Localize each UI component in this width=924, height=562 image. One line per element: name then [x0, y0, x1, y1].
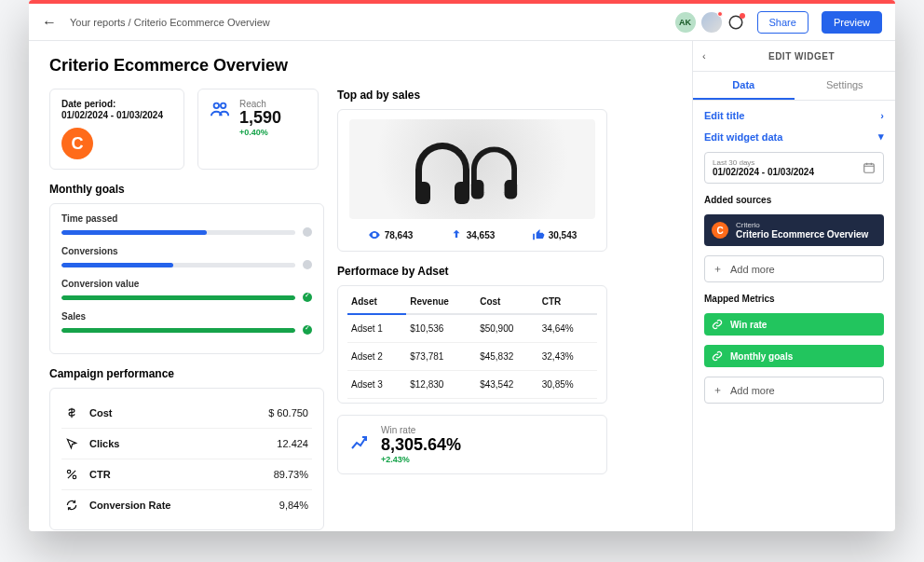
- tab-settings[interactable]: Settings: [795, 72, 896, 100]
- reach-delta: +0.40%: [239, 128, 281, 137]
- perf-label: Cost: [89, 407, 259, 418]
- campaign-performance-title: Campaign performance: [49, 367, 324, 380]
- top-bar: ← Your reports / Criterio Ecommerce Over…: [29, 4, 895, 41]
- goal-label: Conversion value: [61, 279, 139, 289]
- date-period-card: Date period: 01/02/2024 - 01/03/2024 C: [49, 89, 184, 170]
- period-label: Date period:: [61, 99, 172, 109]
- perf-value: 89.73%: [274, 469, 308, 480]
- progress-bar: [61, 230, 295, 235]
- source-item[interactable]: C Criterio Criterio Ecommerce Overview: [704, 214, 884, 246]
- perf-value: 12.424: [277, 438, 308, 449]
- mapped-metrics-label: Mapped Metrics: [704, 294, 884, 304]
- perf-label: CTR: [89, 469, 265, 480]
- monthly-goals-card: Time passed Conversions Conversion value…: [49, 203, 324, 354]
- campaign-performance-card: Cost $ 60.750 Clicks 12.424 CTR 89.73% C…: [49, 388, 324, 530]
- ad-stat-value: 30,543: [549, 230, 578, 240]
- svg-point-1: [214, 103, 220, 109]
- add-metric-button[interactable]: ＋ Add more: [704, 377, 884, 404]
- metric-chip[interactable]: Monthly goals: [704, 345, 884, 367]
- adset-performance-title: Performace by Adset: [337, 265, 607, 278]
- adset-table-card: AdsetRevenueCostCTRAdset 1$10,536$50,900…: [337, 285, 607, 404]
- avatar[interactable]: [701, 12, 722, 33]
- people-icon: [210, 99, 230, 119]
- notifications-icon[interactable]: [727, 14, 744, 31]
- ad-image: [349, 119, 595, 219]
- plus-icon: ＋: [713, 262, 723, 276]
- chevron-down-icon: ▾: [878, 130, 884, 143]
- thumb-icon: [532, 228, 545, 241]
- link-icon: [712, 319, 723, 330]
- table-row: Adset 3$12,830$43,54230,85%: [347, 371, 597, 399]
- breadcrumb-current: Criterio Ecommerce Overview: [134, 17, 270, 28]
- edit-widget-data-link[interactable]: Edit widget data ▾: [704, 130, 884, 143]
- cursor-icon: [65, 437, 80, 450]
- progress-bar: [61, 263, 295, 267]
- win-rate-card: Win rate 8,305.64% +2.43%: [337, 415, 607, 474]
- ad-stat-value: 78,643: [385, 230, 414, 240]
- trend-up-icon: [349, 432, 372, 455]
- chevron-right-icon: ›: [880, 110, 884, 121]
- preview-button[interactable]: Preview: [822, 11, 882, 34]
- winrate-label: Win rate: [381, 425, 461, 435]
- breadcrumb: Your reports / Criterio Ecommerce Overvi…: [70, 17, 662, 28]
- table-header: CTR: [538, 290, 597, 314]
- winrate-delta: +2.43%: [381, 455, 461, 464]
- progress-bar: [61, 295, 295, 300]
- share-button[interactable]: Share: [757, 11, 808, 34]
- period-range: 01/02/2024 - 01/03/2024: [61, 110, 172, 120]
- eye-icon: [368, 228, 381, 241]
- goal-label: Time passed: [61, 213, 117, 224]
- svg-point-4: [73, 475, 76, 479]
- table-row: Adset 2$73,781$45,83232,43%: [347, 343, 597, 371]
- link-icon: [712, 350, 723, 362]
- refresh-icon: [65, 499, 80, 512]
- tab-data[interactable]: Data: [693, 72, 795, 100]
- table-row: Adset 1$10,536$50,90034,64%: [347, 314, 597, 343]
- monthly-goals-title: Monthly goals: [49, 183, 324, 196]
- reach-card: Reach 1,590 +0.40%: [197, 89, 319, 170]
- svg-point-3: [67, 470, 71, 473]
- goal-label: Sales: [61, 311, 86, 322]
- breadcrumb-root[interactable]: Your reports: [70, 17, 126, 28]
- back-arrow-icon[interactable]: ←: [42, 14, 57, 31]
- panel-back-icon[interactable]: ‹: [702, 50, 717, 62]
- ad-stat-value: 34,653: [467, 230, 496, 240]
- edit-widget-panel: ‹ EDIT WIDGET Data Settings Edit title ›…: [692, 41, 895, 531]
- perf-value: 9,84%: [279, 500, 308, 511]
- svg-point-2: [221, 103, 226, 109]
- top-ad-card: 78,64334,65330,543: [337, 109, 607, 252]
- panel-title: EDIT WIDGET: [717, 51, 886, 62]
- table-header: Adset: [347, 290, 406, 314]
- calendar-icon: [863, 161, 876, 174]
- source-logo-icon: C: [712, 222, 728, 239]
- goal-label: Conversions: [61, 246, 118, 256]
- metric-chip[interactable]: Win rate: [704, 313, 884, 336]
- check-icon: [303, 325, 312, 335]
- add-source-button[interactable]: ＋ Add more: [704, 255, 884, 282]
- table-header: Cost: [476, 290, 538, 314]
- perf-label: Clicks: [89, 438, 267, 449]
- top-ad-title: Top ad by sales: [337, 89, 607, 102]
- page-title: Criterio Ecommerce Overview: [49, 56, 672, 75]
- perf-value: $ 60.750: [268, 407, 308, 418]
- plus-icon: ＋: [713, 383, 723, 397]
- reach-value: 1,590: [239, 109, 281, 128]
- percent-icon: [65, 468, 80, 481]
- date-range-picker[interactable]: Last 30 days 01/02/2024 - 01/03/2024: [704, 152, 884, 184]
- dollar-icon: [65, 406, 80, 419]
- added-sources-label: Added sources: [704, 195, 884, 205]
- svg-rect-5: [864, 164, 875, 172]
- avatar[interactable]: AK: [675, 12, 696, 33]
- perf-label: Conversion Rate: [89, 500, 270, 511]
- table-header: Revenue: [406, 290, 476, 314]
- winrate-value: 8,305.64%: [381, 435, 461, 455]
- brand-logo-icon: C: [61, 128, 93, 159]
- check-icon: [303, 293, 312, 302]
- progress-bar: [61, 328, 295, 333]
- share-icon: [450, 228, 463, 241]
- status-dot-icon: [303, 260, 312, 269]
- edit-title-link[interactable]: Edit title ›: [704, 110, 884, 121]
- status-dot-icon: [303, 227, 312, 237]
